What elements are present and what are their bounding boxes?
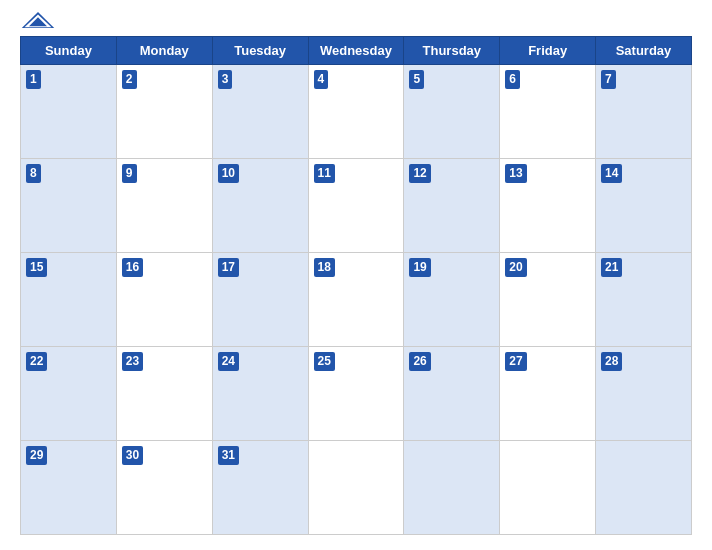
day-number: 18 — [314, 258, 335, 277]
calendar-cell: 30 — [116, 441, 212, 535]
day-number: 22 — [26, 352, 47, 371]
day-number: 11 — [314, 164, 335, 183]
calendar-cell: 17 — [212, 253, 308, 347]
day-number: 3 — [218, 70, 233, 89]
calendar-cell: 5 — [404, 65, 500, 159]
calendar-cell: 4 — [308, 65, 404, 159]
weekday-header-monday: Monday — [116, 37, 212, 65]
calendar-cell — [404, 441, 500, 535]
weekday-header-tuesday: Tuesday — [212, 37, 308, 65]
calendar-cell: 3 — [212, 65, 308, 159]
day-number: 25 — [314, 352, 335, 371]
calendar-cell: 19 — [404, 253, 500, 347]
calendar-week-2: 891011121314 — [21, 159, 692, 253]
country-label — [592, 10, 692, 16]
calendar-cell: 11 — [308, 159, 404, 253]
day-number: 17 — [218, 258, 239, 277]
weekday-header-wednesday: Wednesday — [308, 37, 404, 65]
calendar-cell: 21 — [596, 253, 692, 347]
day-number: 31 — [218, 446, 239, 465]
calendar-week-5: 293031 — [21, 441, 692, 535]
calendar-cell: 27 — [500, 347, 596, 441]
calendar-cell — [500, 441, 596, 535]
calendar-cell: 6 — [500, 65, 596, 159]
calendar-week-4: 22232425262728 — [21, 347, 692, 441]
calendar-cell: 31 — [212, 441, 308, 535]
calendar-cell: 16 — [116, 253, 212, 347]
calendar-cell: 24 — [212, 347, 308, 441]
day-number: 8 — [26, 164, 41, 183]
logo — [20, 10, 120, 32]
calendar-cell: 1 — [21, 65, 117, 159]
calendar-header-row: SundayMondayTuesdayWednesdayThursdayFrid… — [21, 37, 692, 65]
calendar-week-1: 1234567 — [21, 65, 692, 159]
calendar-cell: 12 — [404, 159, 500, 253]
day-number: 26 — [409, 352, 430, 371]
day-number: 5 — [409, 70, 424, 89]
day-number: 4 — [314, 70, 329, 89]
day-number: 23 — [122, 352, 143, 371]
day-number: 2 — [122, 70, 137, 89]
day-number: 19 — [409, 258, 430, 277]
calendar-cell: 13 — [500, 159, 596, 253]
calendar-cell: 29 — [21, 441, 117, 535]
day-number: 14 — [601, 164, 622, 183]
calendar-cell: 23 — [116, 347, 212, 441]
calendar-cell: 20 — [500, 253, 596, 347]
calendar-cell: 15 — [21, 253, 117, 347]
weekday-header-saturday: Saturday — [596, 37, 692, 65]
calendar-cell: 9 — [116, 159, 212, 253]
calendar-cell: 2 — [116, 65, 212, 159]
day-number: 28 — [601, 352, 622, 371]
day-number: 15 — [26, 258, 47, 277]
calendar-week-3: 15161718192021 — [21, 253, 692, 347]
calendar-cell: 10 — [212, 159, 308, 253]
weekday-header-friday: Friday — [500, 37, 596, 65]
day-number: 24 — [218, 352, 239, 371]
calendar-cell — [308, 441, 404, 535]
calendar-cell: 28 — [596, 347, 692, 441]
weekday-header-thursday: Thursday — [404, 37, 500, 65]
day-number: 10 — [218, 164, 239, 183]
logo-icon — [20, 10, 56, 30]
calendar-cell: 22 — [21, 347, 117, 441]
day-number: 21 — [601, 258, 622, 277]
calendar-cell: 14 — [596, 159, 692, 253]
calendar-cell: 25 — [308, 347, 404, 441]
weekday-header-sunday: Sunday — [21, 37, 117, 65]
calendar-cell: 8 — [21, 159, 117, 253]
day-number: 7 — [601, 70, 616, 89]
month-title — [120, 10, 592, 12]
day-number: 1 — [26, 70, 41, 89]
calendar-cell: 18 — [308, 253, 404, 347]
day-number: 30 — [122, 446, 143, 465]
day-number: 16 — [122, 258, 143, 277]
calendar-body: 1234567891011121314151617181920212223242… — [21, 65, 692, 535]
day-number: 12 — [409, 164, 430, 183]
day-number: 13 — [505, 164, 526, 183]
day-number: 29 — [26, 446, 47, 465]
calendar-table: SundayMondayTuesdayWednesdayThursdayFrid… — [20, 36, 692, 535]
calendar-cell — [596, 441, 692, 535]
calendar-cell: 26 — [404, 347, 500, 441]
day-number: 27 — [505, 352, 526, 371]
day-number: 6 — [505, 70, 520, 89]
day-number: 9 — [122, 164, 137, 183]
day-number: 20 — [505, 258, 526, 277]
calendar-header — [20, 10, 692, 32]
calendar-cell: 7 — [596, 65, 692, 159]
